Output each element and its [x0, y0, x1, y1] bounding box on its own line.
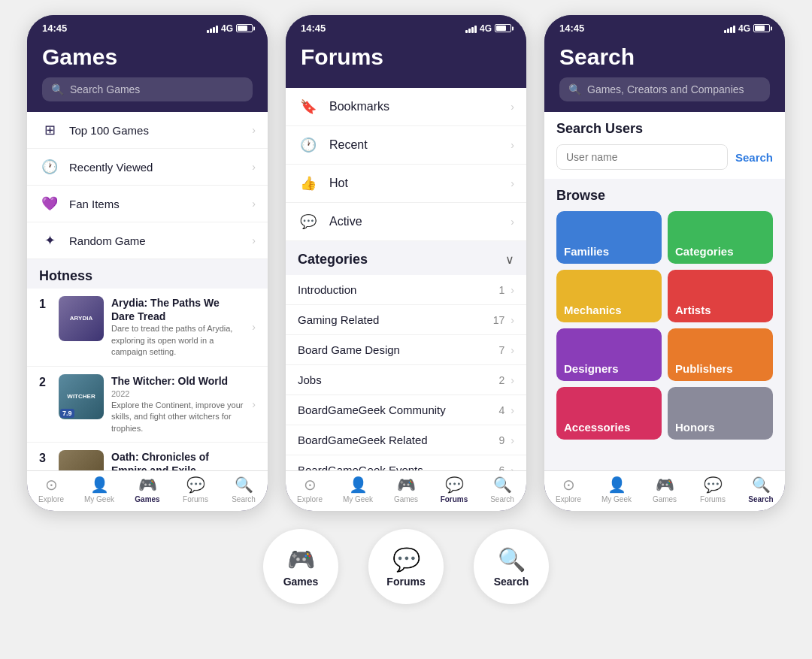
browse-publishers[interactable]: Publishers [668, 328, 773, 381]
hot-label: Hot [329, 177, 500, 190]
designers-label: Designers [564, 362, 619, 375]
recent-chevron: › [511, 139, 514, 151]
category-bgg-events[interactable]: BoardGameGeek Events 6 › [286, 455, 526, 470]
nav-random-game[interactable]: ✦ Random Game › [27, 222, 268, 259]
tab-mygeek[interactable]: 👤 My Geek [75, 476, 123, 503]
bar3s [730, 27, 732, 33]
battery-icon [236, 24, 253, 32]
tab-search-f[interactable]: 🔍 Search [478, 476, 526, 503]
bar4s [733, 26, 735, 33]
random-label: Random Game [69, 234, 243, 247]
forums-active[interactable]: 💬 Active › [286, 203, 526, 241]
game-desc-2: Explore the Continent, improve your skil… [111, 400, 244, 434]
tab-search[interactable]: 🔍 Search [220, 476, 268, 503]
username-input[interactable] [556, 144, 728, 170]
bar4f [474, 26, 477, 33]
bar1 [207, 30, 209, 33]
category-bgg-related[interactable]: BoardGameGeek Related 9 › [286, 425, 526, 455]
browse-designers[interactable]: Designers [556, 328, 662, 381]
families-label: Families [564, 245, 609, 258]
explore-label: Explore [38, 495, 64, 503]
categories-collapse[interactable]: ∨ [505, 252, 514, 267]
status-right-forums: 4G [465, 23, 511, 34]
category-gaming-related[interactable]: Gaming Related 17 › [286, 305, 526, 335]
forums-label-s: Forums [700, 495, 726, 503]
category-chevron-6: › [511, 464, 514, 471]
category-count-1: 17 [493, 314, 505, 326]
search-users-button[interactable]: Search [735, 151, 773, 164]
tab-mygeek-s[interactable]: 👤 My Geek [592, 476, 641, 503]
mygeek-icon-s: 👤 [607, 476, 626, 494]
recently-viewed-icon: 🕐 [39, 159, 60, 175]
game-info-1: Arydia: The Paths We Dare Tread Dare to … [111, 296, 244, 358]
games-tab-label-s: Games [653, 495, 677, 503]
status-time: 14:45 [42, 23, 67, 34]
category-chevron-2: › [511, 344, 514, 356]
search-main-bar[interactable]: 🔍 Games, Creators and Companies [559, 77, 770, 101]
browse-accessories[interactable]: Accessories [556, 387, 662, 440]
category-introduction[interactable]: Introduction 1 › [286, 275, 526, 305]
tab-forums-s[interactable]: 💬 Forums [689, 476, 737, 503]
game-item-3[interactable]: 3 OATH 8.1 Oath: Chronicles of Empire an… [27, 443, 268, 470]
category-chevron-5: › [511, 434, 514, 446]
status-time-forums: 14:45 [301, 23, 326, 34]
category-jobs[interactable]: Jobs 2 › [286, 365, 526, 395]
tab-games-s[interactable]: 🎮 Games [641, 476, 689, 503]
forums-title: Forums [301, 44, 511, 70]
tab-explore-f[interactable]: ⊙ Explore [286, 476, 334, 503]
tab-games[interactable]: 🎮 Games [123, 476, 171, 503]
tab-forums[interactable]: 💬 Forums [171, 476, 220, 503]
categories-label: Categories [675, 245, 734, 258]
browse-title: Browse [556, 188, 773, 204]
recent-label: Recent [329, 138, 500, 152]
categories-header: Categories ∨ [286, 241, 526, 275]
bottom-icons-row: 🎮 Games 💬 Forums 🔍 Search [263, 529, 549, 604]
bottom-icon-forums: 💬 Forums [368, 529, 444, 604]
hot-chevron: › [511, 177, 514, 189]
browse-honors[interactable]: Honors [668, 387, 773, 440]
game-item-2[interactable]: 2 WITCHER 7.9 The Witcher: Old World 202… [27, 367, 268, 443]
forums-header: Forums [286, 38, 526, 88]
browse-families[interactable]: Families [556, 211, 662, 264]
forums-tab-bar: ⊙ Explore 👤 My Geek 🎮 Games 💬 Forums 🔍 S… [286, 470, 526, 511]
network-type: 4G [221, 23, 233, 34]
browse-categories[interactable]: Categories [668, 211, 773, 264]
forums-bottom-label: Forums [386, 576, 425, 588]
network-type-forums: 4G [480, 23, 492, 34]
category-board-game-design[interactable]: Board Game Design 7 › [286, 335, 526, 365]
forums-recent[interactable]: 🕐 Recent › [286, 126, 526, 165]
mechanics-label: Mechanics [564, 304, 622, 316]
tab-mygeek-f[interactable]: 👤 My Geek [334, 476, 382, 503]
game-item-1[interactable]: 1 ARYDIA Arydia: The Paths We Dare Tread… [27, 289, 268, 367]
forums-hot[interactable]: 👍 Hot › [286, 165, 526, 203]
tab-games-f[interactable]: 🎮 Games [382, 476, 430, 503]
browse-artists[interactable]: Artists [668, 270, 773, 322]
game-chevron-1: › [252, 321, 256, 333]
tab-search-s[interactable]: 🔍 Search [737, 476, 785, 503]
category-bgg-community[interactable]: BoardGameGeek Community 4 › [286, 395, 526, 425]
tab-forums-f[interactable]: 💬 Forums [430, 476, 478, 503]
explore-icon-s: ⊙ [562, 476, 575, 494]
game-chevron-2: › [252, 398, 256, 410]
search-bottom-label: Search [494, 576, 529, 588]
games-search-bar[interactable]: 🔍 Search Games [42, 77, 253, 101]
browse-mechanics[interactable]: Mechanics [556, 270, 662, 322]
game-title-2: The Witcher: Old World [111, 374, 244, 388]
tab-explore[interactable]: ⊙ Explore [27, 476, 75, 503]
tab-explore-s[interactable]: ⊙ Explore [544, 476, 592, 503]
nav-top100[interactable]: ⊞ Top 100 Games › [27, 112, 268, 149]
battery-fill [238, 26, 247, 31]
category-name-5: BoardGameGeek Related [298, 434, 499, 446]
game-title-3: Oath: Chronicles of Empire and Exile [111, 450, 244, 470]
game-thumb-3: OATH 8.1 [59, 450, 104, 470]
nav-recently-viewed[interactable]: 🕐 Recently Viewed › [27, 149, 268, 186]
forums-bookmarks[interactable]: 🔖 Bookmarks › [286, 88, 526, 126]
search-tab-bar: ⊙ Explore 👤 My Geek 🎮 Games 💬 Forums 🔍 S… [544, 470, 785, 511]
bar3f [471, 27, 474, 33]
nav-fan-items[interactable]: 💜 Fan Items › [27, 186, 268, 222]
browse-section: Browse Families Categories Mechanics Art… [544, 179, 785, 446]
search-users-section: Search Users Search [544, 112, 785, 179]
active-label: Active [329, 215, 500, 228]
mygeek-label: My Geek [84, 495, 114, 503]
games-tab-label-f: Games [394, 495, 418, 503]
